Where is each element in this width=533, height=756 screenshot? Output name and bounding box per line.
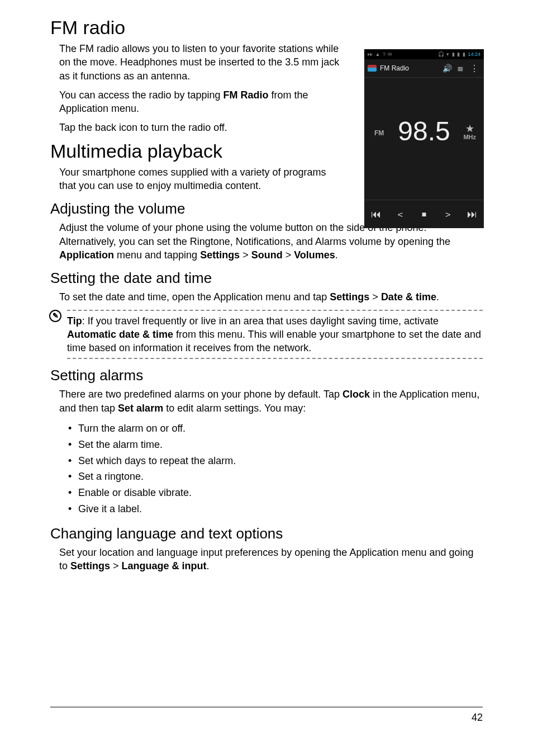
text: >	[283, 249, 294, 261]
warning-icon: ▲	[375, 51, 380, 57]
favorite-star-icon[interactable]: ★	[463, 124, 476, 134]
text: There are two predefined alarms on your …	[59, 389, 342, 400]
page-number: 42	[472, 712, 483, 723]
list-item: Set which days to repeat the alarm.	[68, 453, 483, 469]
text-bold: Tip	[67, 315, 82, 327]
frequency-display: FM 98.5 ★ MHz	[364, 78, 484, 200]
heading-alarms: Setting alarms	[50, 367, 483, 384]
text: >	[369, 291, 381, 303]
message-icon: ✉	[388, 51, 392, 57]
scan-up-button[interactable]: >	[436, 200, 460, 228]
status-icon: ?	[383, 51, 386, 57]
list-item: Turn the alarm on or off.	[68, 420, 483, 437]
datetime-paragraph: To set the date and time, open the Appli…	[59, 290, 483, 304]
text: To set the date and time, open the Appli…	[59, 291, 330, 303]
player-controls: ⏮ < ■ > ⏭	[364, 200, 484, 228]
text: .	[207, 560, 210, 571]
text-bold: Clock	[342, 389, 370, 400]
mhz-box: ★ MHz	[463, 124, 476, 140]
text-bold: Automatic date & time	[67, 329, 173, 340]
previous-station-button[interactable]: ⏮	[364, 200, 388, 228]
fm-paragraph-1: The FM radio allows you to listen to you…	[59, 42, 344, 83]
status-icon: ⏭	[368, 51, 373, 57]
wifi-icon: ▾	[446, 51, 449, 57]
text-bold: Application	[59, 249, 114, 261]
heading-date-time: Setting the date and time	[50, 270, 483, 287]
status-bar: ⏭ ▲ ? ✉ 🎧 ▾ ▮ ▮ ▮ 14:24	[364, 49, 484, 59]
list-icon[interactable]: ≣	[454, 64, 467, 73]
app-title-bar: FM Radio 🔊 ≣ ⋮	[364, 59, 484, 78]
tip-content: Tip: If you travel frequently or live in…	[67, 310, 483, 360]
headphone-icon: 🎧	[438, 51, 444, 57]
status-left: ⏭ ▲ ? ✉	[367, 51, 393, 57]
text-bold: Settings	[70, 560, 110, 571]
list-item: Give it a label.	[68, 501, 483, 517]
heading-fm-radio: FM radio	[50, 17, 483, 39]
text: : If you travel frequently or live in an…	[82, 315, 439, 327]
tip-box: ✎ Tip: If you travel frequently or live …	[50, 310, 483, 360]
text: menu and tapping	[114, 249, 200, 261]
stop-button[interactable]: ■	[412, 200, 436, 228]
text: to edit alarm settings. You may:	[163, 403, 306, 414]
text-bold: Date & time	[381, 291, 436, 303]
phone-screenshot: ⏭ ▲ ? ✉ 🎧 ▾ ▮ ▮ ▮ 14:24 FM Radio 🔊 ≣ ⋮ F…	[364, 49, 484, 228]
fm-paragraph-2: You can access the radio by tapping FM R…	[59, 88, 344, 116]
alarms-paragraph: There are two predefined alarms on your …	[59, 388, 483, 415]
text-bold: Settings	[200, 249, 240, 261]
text-bold: Set alarm	[118, 403, 163, 414]
list-item: Enable or disable vibrate.	[68, 485, 483, 501]
text: You can access the radio by tapping	[59, 89, 223, 101]
heading-language: Changing language and text options	[50, 525, 483, 542]
text-bold: FM Radio	[223, 89, 269, 101]
clock-text: 14:24	[468, 51, 480, 57]
signal-icon: ▮	[452, 51, 455, 57]
text-bold: Settings	[330, 291, 369, 303]
next-station-button[interactable]: ⏭	[460, 200, 484, 228]
list-item: Set a ringtone.	[68, 469, 483, 485]
tip-icon: ✎	[49, 310, 61, 322]
status-right: 🎧 ▾ ▮ ▮ ▮ 14:24	[437, 51, 481, 57]
fm-paragraph-3: Tap the back icon to turn the radio off.	[59, 121, 344, 134]
language-paragraph: Set your location and language input pre…	[59, 546, 483, 573]
text-bold: Sound	[251, 249, 283, 261]
text: >	[240, 249, 251, 261]
speaker-icon[interactable]: 🔊	[440, 64, 454, 73]
text: >	[110, 560, 122, 571]
alarms-list: Turn the alarm on or off. Set the alarm …	[59, 420, 483, 517]
fm-radio-app-icon	[368, 65, 377, 72]
list-item: Set the alarm time.	[68, 437, 483, 453]
mm-paragraph-1: Your smartphone comes supplied with a va…	[59, 166, 344, 193]
page-footer: 42	[50, 707, 483, 724]
text-bold: Language & input	[122, 560, 207, 571]
signal-icon: ▮	[457, 51, 460, 57]
more-icon[interactable]: ⋮	[467, 63, 480, 74]
scan-down-button[interactable]: <	[388, 200, 412, 228]
battery-icon: ▮	[463, 51, 465, 57]
text-bold: Volumes	[294, 249, 335, 261]
text: .	[335, 249, 338, 261]
mhz-label: MHz	[463, 134, 476, 140]
app-title: FM Radio	[380, 64, 440, 72]
text: .	[436, 291, 439, 303]
